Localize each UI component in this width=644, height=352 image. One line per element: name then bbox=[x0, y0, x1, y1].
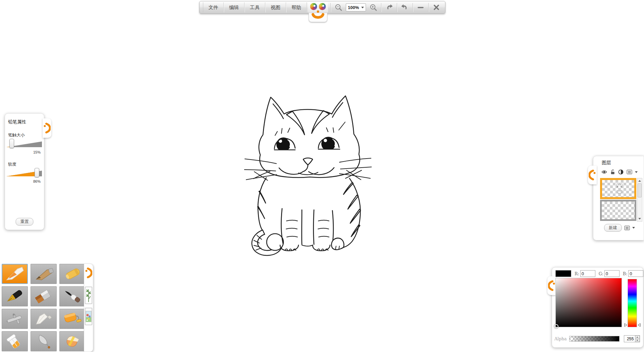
softness-value: 86% bbox=[6, 179, 42, 183]
reset-button[interactable]: 重置 bbox=[16, 218, 34, 226]
green-input[interactable] bbox=[604, 270, 620, 277]
layer-blend-button[interactable] bbox=[618, 169, 624, 175]
tool-palette bbox=[2, 264, 86, 351]
tool-wooden-pencil[interactable] bbox=[31, 264, 57, 284]
crayon-icon bbox=[62, 266, 83, 282]
hue-marker-left-icon[interactable] bbox=[624, 323, 627, 327]
picture-stamp-button[interactable] bbox=[85, 308, 92, 325]
red-label: R: bbox=[575, 271, 579, 276]
tool-eraser[interactable] bbox=[59, 331, 86, 351]
alpha-slider-thumb[interactable] bbox=[570, 337, 574, 341]
triangle-down-icon bbox=[636, 340, 638, 341]
pencil-properties-panel: 铅笔属性 笔触大小 15% 软度 86% 重置 bbox=[5, 113, 44, 230]
ink-brush-icon bbox=[62, 288, 83, 304]
redo-icon bbox=[400, 3, 409, 11]
saturation-value-picker[interactable] bbox=[555, 278, 622, 327]
slider-size[interactable] bbox=[6, 139, 42, 148]
layer-visibility-button[interactable] bbox=[601, 169, 607, 175]
softness-label: 软度 bbox=[8, 162, 44, 167]
alpha-marker-icon bbox=[615, 339, 619, 341]
slider-softness[interactable] bbox=[6, 169, 42, 177]
metal-liner-icon bbox=[33, 333, 54, 349]
redo-button[interactable] bbox=[398, 2, 411, 13]
close-button[interactable] bbox=[430, 2, 443, 13]
mascot-button[interactable] bbox=[308, 2, 328, 13]
wooden-pencil-icon bbox=[33, 266, 54, 282]
toolbar-drag-tab[interactable] bbox=[309, 13, 327, 22]
tool-palette-knife[interactable] bbox=[31, 309, 57, 329]
size-slider-thumb[interactable] bbox=[9, 139, 14, 148]
new-layer-button[interactable]: 新建 bbox=[604, 224, 622, 232]
eraser-icon bbox=[62, 333, 83, 349]
menu-edit[interactable]: 编辑 bbox=[224, 2, 245, 12]
layer-lock-button[interactable] bbox=[610, 169, 615, 175]
tool-ink-brush[interactable] bbox=[59, 286, 86, 306]
menu-list-icon bbox=[626, 169, 633, 175]
mascot-smile-icon bbox=[311, 13, 325, 20]
color-panel-handle[interactable] bbox=[547, 276, 556, 295]
pencil-panel-handle[interactable] bbox=[43, 118, 51, 138]
menu-tools[interactable]: 工具 bbox=[245, 2, 265, 12]
layers-panel-title: 图层 bbox=[602, 160, 644, 166]
tool-flat-brush[interactable] bbox=[31, 286, 57, 306]
red-input[interactable] bbox=[580, 270, 595, 277]
color-picker-panel: R: G: B: Alpha bbox=[552, 267, 643, 348]
alpha-increment-button[interactable] bbox=[635, 336, 640, 339]
zoom-level-dropdown[interactable]: 100% bbox=[346, 3, 366, 11]
layer-thumb[interactable] bbox=[600, 178, 636, 199]
hue-slider[interactable] bbox=[628, 279, 637, 327]
undo-button[interactable] bbox=[383, 2, 395, 13]
contrast-icon bbox=[618, 169, 624, 175]
flat-brush-icon bbox=[33, 288, 54, 304]
hue-marker-right-icon[interactable] bbox=[638, 323, 641, 327]
tool-fountain-pen[interactable] bbox=[2, 286, 28, 306]
paint-jar-icon bbox=[4, 333, 25, 349]
layer-thumb[interactable] bbox=[600, 200, 636, 221]
menu-file[interactable]: 文件 bbox=[203, 2, 224, 12]
alpha-slider[interactable] bbox=[569, 336, 620, 342]
tool-pencil[interactable] bbox=[2, 264, 28, 284]
tool-metal-liner[interactable] bbox=[31, 331, 57, 351]
layer-list-options-button[interactable] bbox=[624, 225, 630, 231]
zoom-out-button[interactable] bbox=[332, 2, 345, 13]
palette-handle-crescent-icon[interactable] bbox=[85, 267, 92, 279]
triangle-up-icon bbox=[636, 337, 638, 338]
zoom-in-button[interactable] bbox=[367, 2, 380, 13]
orange-crescent-icon bbox=[589, 169, 596, 181]
alpha-input[interactable] bbox=[625, 337, 634, 341]
scroll-up-button[interactable] bbox=[637, 178, 642, 183]
plant-stamp-button[interactable] bbox=[85, 287, 92, 304]
palette-knife-icon bbox=[33, 311, 54, 327]
tool-paint-jar[interactable] bbox=[2, 331, 28, 351]
caret-down-icon[interactable] bbox=[635, 171, 638, 173]
triangle-up-icon bbox=[638, 180, 641, 182]
drawing-canvas-cat-sketch[interactable] bbox=[244, 91, 372, 258]
blue-label: B: bbox=[623, 271, 627, 276]
menu-help[interactable]: 帮助 bbox=[286, 2, 307, 12]
tool-crayon[interactable] bbox=[59, 264, 86, 284]
layers-panel-handle[interactable] bbox=[588, 166, 597, 184]
alpha-decrement-button[interactable] bbox=[635, 339, 640, 342]
sv-selection-marker[interactable] bbox=[554, 324, 558, 329]
softness-slider-thumb[interactable] bbox=[35, 168, 39, 177]
caret-down-icon[interactable] bbox=[632, 227, 635, 229]
layer-options-button[interactable] bbox=[626, 169, 633, 175]
mascot-swirl-eyes-icon bbox=[310, 3, 326, 10]
close-icon bbox=[433, 4, 440, 11]
main-toolbar: 文件 编辑 工具 视图 帮助 100% bbox=[199, 1, 445, 14]
tool-paint-roller[interactable] bbox=[59, 309, 86, 329]
blue-input[interactable] bbox=[628, 270, 643, 277]
scrollbar-thumb[interactable] bbox=[638, 183, 642, 197]
scroll-down-button[interactable] bbox=[637, 216, 642, 221]
layer-cat-thumbnail bbox=[602, 180, 634, 197]
caret-down-icon bbox=[361, 7, 364, 8]
brush-size-label: 笔触大小 bbox=[8, 132, 44, 138]
layers-scrollbar[interactable] bbox=[637, 178, 642, 222]
menu-view[interactable]: 视图 bbox=[265, 2, 286, 12]
undo-icon bbox=[385, 3, 393, 11]
zoom-level-value: 100% bbox=[348, 5, 359, 10]
unlock-icon bbox=[610, 169, 615, 175]
tool-airbrush[interactable] bbox=[2, 309, 28, 329]
palette-side-strip bbox=[84, 263, 93, 352]
minimize-button[interactable] bbox=[414, 2, 427, 13]
